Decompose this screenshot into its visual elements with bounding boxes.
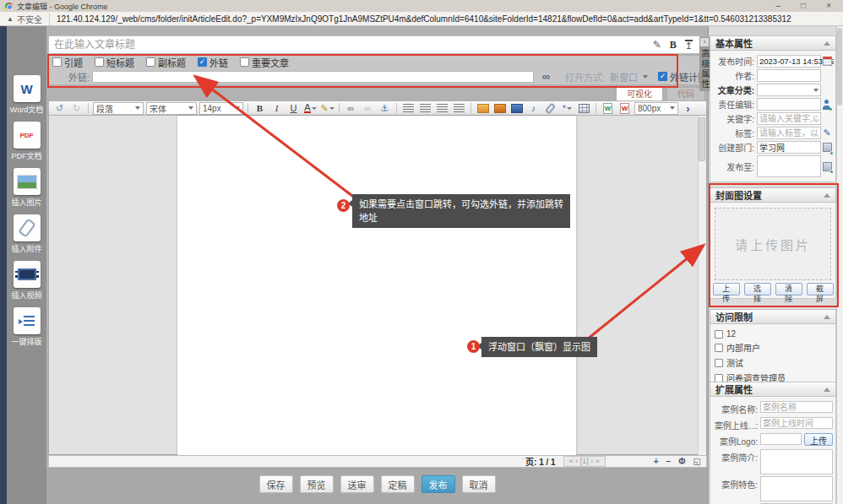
title-top-icon[interactable]: ↥ [685,40,693,50]
save-button[interactable]: 保存 [259,475,293,493]
auto-format[interactable]: 一键排版 [7,307,46,348]
underline-icon[interactable]: U [286,102,301,115]
font-family-dropdown[interactable]: 宋体 [146,102,197,115]
collapse-icon[interactable] [824,41,830,46]
screenshot-cover-button[interactable]: 截屏 [807,283,834,295]
insert-image[interactable]: 插入图片 [7,168,46,209]
submit-review-button[interactable]: 送审 [340,475,374,493]
align-right-icon[interactable] [435,102,449,115]
open-mode-select[interactable]: 新窗口 [610,70,638,84]
case-logo-input[interactable] [763,435,799,444]
url-text[interactable]: 121.40.124.129/_web/cms/folder/initArtic… [57,14,791,24]
link-icon[interactable]: ∞ [344,102,358,115]
case-feature-textarea[interactable] [760,476,833,501]
attachment-icon[interactable] [543,102,557,115]
short-title-checkbox[interactable]: 短标题 [95,56,134,69]
tag-pencil-icon[interactable]: ✎ [823,127,830,138]
publish-time-field[interactable]: 2023-07-13 14:53:25 [757,55,821,68]
bold-icon[interactable]: B [253,102,267,115]
minimize-button[interactable]: – [776,0,781,12]
unlink-icon[interactable]: ∞ [361,102,375,115]
subtitle-checkbox[interactable]: 副标题 [146,56,186,69]
link-chain-icon[interactable]: ∞ [542,72,550,82]
actual-size-icon[interactable]: Φ [678,456,685,467]
pager-control[interactable]: « ‹ [1] › » [563,456,606,467]
cover-upload-dropzone[interactable]: 请上传图片 [715,208,831,280]
open-mode-caret-icon[interactable] [643,75,648,79]
finalize-button[interactable]: 定稿 [381,475,415,493]
author-input[interactable] [759,71,819,80]
upload-cover-button[interactable]: 上传 [713,283,740,295]
important-article-checkbox[interactable]: 重要文章 [240,56,289,69]
title-bold-icon[interactable]: B [670,39,677,51]
org-select-icon[interactable] [823,143,832,152]
insert-video[interactable]: 插入视频 [7,261,46,301]
logo-upload-button[interactable]: 上传 [804,433,833,446]
lead-title-checkbox[interactable]: 引题 [52,56,83,69]
maximize-button[interactable]: □ [801,0,806,12]
table-icon[interactable] [577,102,591,115]
magic-brush-icon[interactable]: * [560,102,574,115]
publish-button[interactable]: 发布 [422,475,455,493]
calendar-icon[interactable] [823,57,832,66]
address-bar[interactable]: ▲ 不安全 121.40.124.129/_web/cms/folder/ini… [0,12,843,26]
external-link-checkbox[interactable]: 外链 [198,56,228,69]
collapse-icon[interactable] [824,387,830,392]
case-name-input[interactable] [763,403,830,412]
zoom-in-icon[interactable]: + [654,456,659,467]
access-panel-header[interactable]: 访问限制 [710,309,836,324]
cover-panel-header[interactable]: 封面图设置 [710,187,836,203]
publish-to-input[interactable] [759,162,819,171]
keywords-input[interactable] [759,114,819,123]
user-add-icon[interactable] [822,100,832,110]
redo-icon[interactable]: ↻ [69,102,84,115]
access-internal-users-checkbox[interactable]: 内部用户 [715,341,831,354]
scrollbar-thumb[interactable] [699,117,705,161]
fullscreen-icon[interactable]: ◱ [693,456,701,467]
italic-icon[interactable]: I [269,102,284,115]
collapse-icon[interactable] [824,315,830,319]
external-link-input[interactable] [92,71,534,83]
align-center-icon[interactable] [418,102,432,115]
clean-word-icon[interactable]: W [617,102,632,115]
music-icon[interactable]: ♪ [526,102,541,115]
insert-attachment[interactable]: 插入附件 [7,214,46,255]
video-icon[interactable] [509,102,524,115]
pdf-doc[interactable]: PDF文档 [7,122,46,162]
more-icon[interactable]: › [681,102,695,115]
advanced-properties-tab[interactable]: › 高级属性 [699,37,710,91]
preview-button[interactable]: 预览 [300,475,334,493]
tab-visual[interactable]: 可视化 [616,87,663,100]
article-title-input[interactable] [49,37,653,52]
collapse-icon[interactable] [824,193,830,198]
title-edit-pencil-icon[interactable]: ✎ [653,39,661,51]
access-12-checkbox[interactable]: 12 [715,329,831,339]
category-select[interactable] [757,84,821,96]
close-button[interactable]: × [826,0,831,12]
access-test-checkbox[interactable]: 测试 [715,356,831,369]
editor-canvas[interactable] [177,116,576,455]
word-doc[interactable]: Word文档 [7,75,46,116]
align-justify-icon[interactable] [452,102,466,115]
anchor-icon[interactable]: ⚓ [378,102,392,115]
undo-icon[interactable]: ↺ [52,102,67,115]
cancel-button[interactable]: 取消 [462,475,496,493]
image-icon[interactable] [476,102,490,115]
tags-input[interactable] [759,128,819,138]
align-left-icon[interactable] [401,102,416,115]
advanced-arrow-icon[interactable]: › [699,37,710,47]
import-word-icon[interactable]: W [601,102,615,115]
clear-cover-button[interactable]: 清除 [775,283,802,295]
case-online-input[interactable] [763,419,830,428]
department-input[interactable] [759,143,819,152]
paragraph-dropdown[interactable]: 段落 [93,102,144,115]
width-dropdown[interactable]: 800px [634,102,678,115]
extended-panel-header[interactable]: 扩展属性 [710,382,836,397]
org-select-icon[interactable] [823,162,832,171]
choose-cover-button[interactable]: 选择 [744,283,771,295]
panel-scrollbar-thumb[interactable] [837,28,842,106]
case-intro-textarea[interactable] [760,449,833,474]
flash-icon[interactable] [492,102,507,115]
editor-scrollbar[interactable] [698,116,706,455]
font-size-dropdown[interactable]: 14px [199,102,243,115]
